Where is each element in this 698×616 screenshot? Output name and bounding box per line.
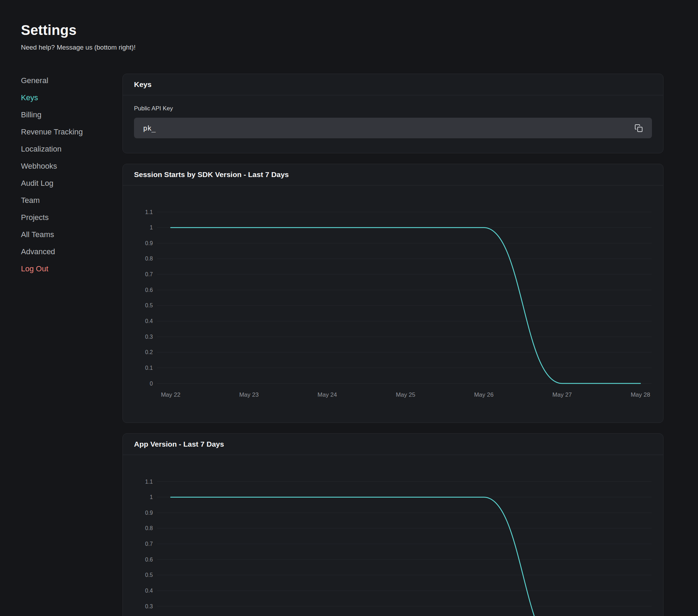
- y-tick-label: 0.9: [145, 240, 153, 246]
- app-chart-body: 1.110.90.80.70.60.50.40.30.20.10May 22Ma…: [123, 455, 663, 616]
- x-tick-label: May 25: [396, 391, 415, 398]
- sidebar-item-billing[interactable]: Billing: [21, 106, 112, 123]
- y-tick-label: 1: [150, 494, 153, 500]
- copy-icon: [634, 124, 643, 132]
- sidebar-item-all-teams[interactable]: All Teams: [21, 226, 112, 243]
- settings-sidebar: GeneralKeysBillingRevenue TrackingLocali…: [21, 72, 112, 277]
- page-header: Settings Need help? Message us (bottom r…: [0, 0, 698, 51]
- main-content: Keys Public API Key pk_ Session St: [122, 74, 663, 616]
- api-key-field[interactable]: pk_: [134, 118, 652, 138]
- keys-card-header: Keys: [123, 74, 663, 95]
- x-tick-label: May 26: [474, 391, 493, 398]
- api-key-label: Public API Key: [134, 105, 652, 112]
- y-tick-label: 0.5: [145, 572, 153, 578]
- sdk-version-chart-card: Session Starts by SDK Version - Last 7 D…: [122, 164, 663, 423]
- y-tick-label: 0: [150, 381, 153, 387]
- sidebar-item-revenue-tracking[interactable]: Revenue Tracking: [21, 123, 112, 140]
- sidebar-item-keys[interactable]: Keys: [21, 89, 112, 106]
- series-line: [171, 497, 640, 616]
- y-tick-label: 1.1: [145, 209, 153, 215]
- app-version-chart-card: App Version - Last 7 Days 1.110.90.80.70…: [122, 433, 663, 616]
- y-tick-label: 0.6: [145, 557, 153, 563]
- sidebar-item-team[interactable]: Team: [21, 192, 112, 209]
- api-key-value: pk_: [143, 124, 156, 132]
- y-tick-label: 0.7: [145, 541, 153, 547]
- y-tick-label: 0.6: [145, 287, 153, 293]
- sidebar-item-log-out[interactable]: Log Out: [21, 260, 112, 277]
- sdk-chart-body: 1.110.90.80.70.60.50.40.30.20.10May 22Ma…: [123, 185, 663, 423]
- y-tick-label: 0.9: [145, 510, 153, 516]
- x-tick-label: May 27: [552, 391, 572, 398]
- sidebar-item-audit-log[interactable]: Audit Log: [21, 175, 112, 192]
- y-tick-label: 0.2: [145, 349, 153, 355]
- page-title: Settings: [21, 22, 698, 38]
- y-tick-label: 0.8: [145, 525, 153, 531]
- y-tick-label: 0.8: [145, 256, 153, 262]
- app-chart-title: App Version - Last 7 Days: [134, 440, 224, 448]
- x-tick-label: May 22: [161, 391, 180, 398]
- page-subtitle: Need help? Message us (bottom right)!: [21, 44, 698, 51]
- x-tick-label: May 28: [631, 391, 650, 398]
- y-tick-label: 0.1: [145, 365, 153, 371]
- sidebar-item-advanced[interactable]: Advanced: [21, 243, 112, 260]
- y-tick-label: 0.4: [145, 588, 153, 594]
- sidebar-item-general[interactable]: General: [21, 72, 112, 89]
- line-chart: 1.110.90.80.70.60.50.40.30.20.10May 22Ma…: [123, 185, 663, 423]
- sdk-chart-card-header: Session Starts by SDK Version - Last 7 D…: [123, 164, 663, 185]
- line-chart: 1.110.90.80.70.60.50.40.30.20.10May 22Ma…: [123, 455, 663, 616]
- y-tick-label: 1.1: [145, 479, 153, 485]
- sdk-chart-title: Session Starts by SDK Version - Last 7 D…: [134, 170, 289, 179]
- app-chart-card-header: App Version - Last 7 Days: [123, 434, 663, 455]
- sidebar-item-localization[interactable]: Localization: [21, 140, 112, 157]
- y-tick-label: 0.4: [145, 318, 153, 324]
- sidebar-item-projects[interactable]: Projects: [21, 209, 112, 226]
- settings-page: Settings Need help? Message us (bottom r…: [0, 0, 698, 616]
- y-tick-label: 0.7: [145, 271, 153, 277]
- x-tick-label: May 24: [318, 391, 337, 398]
- keys-card-title: Keys: [134, 80, 151, 89]
- y-tick-label: 1: [150, 225, 153, 230]
- y-tick-label: 0.3: [145, 334, 153, 340]
- copy-api-key-button[interactable]: [632, 121, 646, 135]
- sidebar-item-webhooks[interactable]: Webhooks: [21, 157, 112, 175]
- keys-card-body: Public API Key pk_: [123, 95, 663, 153]
- y-tick-label: 0.3: [145, 603, 153, 609]
- keys-card: Keys Public API Key pk_: [122, 74, 663, 153]
- x-tick-label: May 23: [239, 391, 259, 398]
- y-tick-label: 0.5: [145, 302, 153, 308]
